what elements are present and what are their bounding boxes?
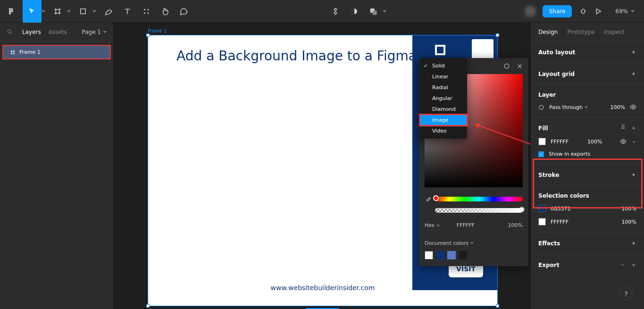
layers-tab[interactable]: Layers (22, 29, 41, 35)
sel-hex: 0B3372 (551, 206, 571, 212)
hex-mode[interactable]: Hex (425, 222, 440, 228)
figma-menu[interactable] (0, 0, 23, 23)
hue-handle[interactable] (433, 195, 439, 201)
close-icon[interactable] (517, 63, 523, 69)
svg-point-14 (8, 30, 11, 33)
avatar[interactable] (525, 6, 536, 17)
export-title: Export (538, 262, 559, 268)
mask-icon[interactable] (345, 0, 364, 23)
fill-visibility-icon[interactable] (620, 138, 627, 145)
frame-tool[interactable] (48, 0, 67, 23)
doc-swatch[interactable] (425, 251, 433, 259)
blend-mode-icon[interactable] (538, 104, 544, 110)
doc-colors-label[interactable]: Document colors (425, 240, 523, 246)
hand-tool[interactable] (156, 0, 175, 23)
handle-sw[interactable] (146, 304, 150, 308)
zoom-level[interactable]: 69% (606, 8, 644, 15)
blend-icon[interactable] (503, 63, 510, 69)
share-button[interactable]: Share (543, 5, 572, 17)
boolean-chevron[interactable] (383, 0, 389, 23)
frame-tool-chevron[interactable] (67, 0, 74, 23)
frame-label[interactable]: Frame 1 (148, 28, 167, 33)
show-in-exports-checkbox[interactable]: ✓ (538, 151, 544, 157)
stroke-add[interactable]: ＋ (631, 171, 636, 179)
devmode-icon[interactable] (576, 0, 591, 23)
fill-type-solid[interactable]: ✓Solid (420, 60, 467, 71)
svg-point-2 (9, 10, 11, 12)
move-tool-chevron[interactable] (42, 0, 48, 23)
toolbar-center (326, 0, 389, 22)
eyedropper-icon[interactable] (425, 197, 431, 203)
layout-grid-add[interactable]: ＋ (631, 70, 636, 78)
pen-tool[interactable] (99, 0, 118, 23)
stroke-title: Stroke (538, 172, 559, 178)
svg-rect-5 (81, 8, 86, 14)
fill-add[interactable]: ＋ (631, 124, 636, 132)
doc-swatch[interactable] (436, 251, 444, 259)
fill-type-image[interactable]: Image (420, 115, 467, 125)
fill-type-diamond[interactable]: Diamond (420, 104, 467, 115)
handle-nw[interactable] (146, 33, 150, 37)
boolean-icon[interactable] (364, 0, 383, 23)
fill-remove[interactable]: － (631, 138, 636, 145)
effects-title: Effects (538, 240, 560, 247)
fill-styles-icon[interactable]: ⠿ (621, 124, 625, 132)
sel-swatch[interactable] (538, 205, 546, 212)
effects-add[interactable]: ＋ (631, 239, 636, 247)
shape-tool[interactable] (74, 0, 92, 23)
alpha-handle[interactable] (519, 207, 525, 212)
svg-point-7 (147, 8, 149, 10)
assets-tab[interactable]: Assets (49, 29, 67, 35)
fill-hex[interactable]: FFFFFF (551, 139, 569, 145)
selection-color-row[interactable]: FFFFFF100% (538, 218, 636, 225)
export-add[interactable]: ＋ (631, 261, 636, 269)
layer-section-title: Layer (538, 92, 556, 98)
blend-mode[interactable]: Pass through (549, 104, 588, 110)
fill-type-angular[interactable]: Angular (420, 93, 467, 104)
text-tool[interactable] (118, 0, 137, 23)
selection-color-row[interactable]: 0B3372100% (538, 205, 636, 212)
fill-type-video[interactable]: Video (420, 125, 467, 136)
toolbar-left (0, 0, 193, 22)
fill-swatch[interactable] (538, 138, 546, 145)
svg-point-18 (539, 105, 544, 109)
color-opacity[interactable]: 100% (508, 222, 523, 228)
doc-swatch[interactable] (447, 251, 456, 259)
sel-swatch[interactable] (538, 218, 546, 225)
inspect-tab[interactable]: Inspect (604, 29, 625, 35)
page-selector[interactable]: Page 1 (82, 29, 107, 35)
hue-slider[interactable] (435, 197, 523, 201)
hex-value[interactable]: FFFFFF (457, 222, 475, 228)
svg-point-6 (144, 8, 145, 10)
svg-point-9 (147, 12, 149, 14)
layer-opacity[interactable]: 100% (611, 104, 625, 110)
logo-square-icon (435, 45, 445, 55)
toolbar-right: Share 69% (522, 0, 644, 22)
move-tool[interactable] (23, 0, 42, 23)
fill-type-radial[interactable]: Radial (420, 82, 467, 93)
resources-tool[interactable] (137, 0, 156, 23)
handle-se[interactable] (496, 304, 499, 308)
help-button[interactable]: ? (619, 287, 633, 301)
comment-tool[interactable] (175, 0, 193, 23)
show-in-exports-label: Show in exports (549, 151, 590, 157)
alpha-slider[interactable] (435, 208, 523, 213)
svg-rect-13 (372, 10, 376, 15)
design-tab[interactable]: Design (538, 29, 558, 35)
shape-tool-chevron[interactable] (92, 0, 99, 23)
svg-point-1 (11, 8, 13, 10)
search-icon[interactable] (7, 29, 13, 35)
sel-opacity: 100% (622, 206, 636, 212)
fill-opacity[interactable]: 100% (587, 139, 602, 145)
prototype-tab[interactable]: Prototype (567, 29, 594, 35)
auto-layout-add[interactable]: ＋ (631, 48, 636, 56)
handle-ne[interactable] (496, 33, 499, 37)
layer-frame-1[interactable]: Frame 1 (2, 45, 111, 59)
components-icon[interactable] (326, 0, 345, 23)
play-icon[interactable] (591, 0, 606, 23)
sel-opacity: 100% (622, 219, 636, 225)
doc-swatch[interactable] (459, 251, 467, 259)
visibility-icon[interactable] (630, 104, 636, 110)
export-remove[interactable]: － (619, 261, 625, 269)
fill-type-linear[interactable]: Linear (420, 71, 467, 82)
